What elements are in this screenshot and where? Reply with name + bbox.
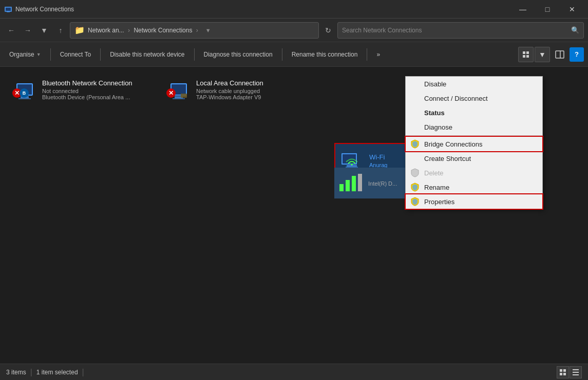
wifi-user: Anurag (369, 162, 387, 168)
up-button[interactable]: ↑ (53, 23, 68, 38)
window-title: Network Connections (15, 6, 511, 13)
svg-rect-29 (560, 373, 562, 375)
delete-shield-icon (410, 168, 420, 178)
svg-rect-26 (358, 174, 362, 191)
svg-rect-4 (526, 51, 529, 54)
status-bar: 3 items | 1 item selected | (0, 364, 588, 380)
ctx-connect-disconnect[interactable]: Connect / Disconnect (406, 91, 542, 105)
title-bar: Network Connections — □ ✕ (0, 0, 588, 19)
lan-icon-container: ✕ (166, 79, 191, 104)
disable-button[interactable]: Disable this network device (105, 45, 189, 64)
network-item-lan[interactable]: ✕ Local Area Connection Network cable un… (162, 75, 306, 108)
svg-rect-5 (523, 55, 525, 58)
svg-rect-30 (563, 373, 566, 375)
bluetooth-adapter: Bluetooth Device (Personal Area ... (42, 94, 132, 100)
toolbar-separator-3 (194, 48, 195, 61)
ctx-connect-disconnect-label: Connect / Disconnect (424, 95, 488, 102)
svg-rect-1 (6, 8, 11, 11)
forward-button[interactable]: → (21, 23, 35, 38)
status-list-button[interactable] (570, 366, 582, 378)
back-button[interactable]: ← (4, 23, 18, 38)
bluetooth-icon-container: ✕ B (12, 79, 37, 104)
search-input[interactable] (342, 27, 568, 34)
ctx-diagnose-label: Diagnose (424, 123, 452, 131)
item-count: 3 items (6, 369, 26, 376)
toolbar-separator-2 (100, 48, 101, 61)
recent-button[interactable]: ▼ (37, 23, 51, 38)
maximize-button[interactable]: □ (536, 0, 559, 19)
preview-pane-button[interactable] (552, 47, 567, 62)
svg-rect-6 (526, 55, 529, 58)
refresh-button[interactable]: ↻ (321, 23, 335, 38)
svg-rect-27 (560, 369, 562, 372)
ctx-disable[interactable]: Disable (406, 77, 542, 91)
svg-rect-7 (556, 51, 564, 58)
breadcrumb-part1: Network an... › Network Connections › (88, 27, 200, 34)
diagnose-button[interactable]: Diagnose this connection (199, 45, 278, 64)
view-buttons: ▼ (518, 47, 550, 62)
bluetooth-info: Bluetooth Network Connection Not connect… (42, 79, 132, 100)
organise-button[interactable]: Organise ▼ (4, 45, 46, 64)
wifi-name: Wi-Fi (369, 153, 387, 161)
ctx-bridge-label: Bridge Connections (424, 140, 482, 148)
close-button[interactable]: ✕ (560, 0, 584, 19)
toolbar-separator-1 (50, 48, 51, 61)
toolbar-separator-5 (367, 48, 367, 61)
status-separator-2: | (82, 368, 84, 377)
svg-rect-12 (18, 98, 31, 99)
ctx-properties[interactable]: Properties (406, 194, 542, 209)
ctx-delete-label: Delete (424, 169, 444, 177)
bluetooth-status: Not connected (42, 88, 132, 94)
ctx-properties-label: Properties (424, 198, 454, 206)
address-chevron: ▼ (205, 27, 211, 33)
error-badge-lan: ✕ (166, 88, 176, 98)
wifi-signal-icon (338, 171, 363, 195)
svg-rect-24 (346, 180, 350, 191)
svg-rect-28 (563, 369, 566, 372)
ctx-shortcut[interactable]: Create Shortcut (406, 151, 542, 166)
network-item-bluetooth[interactable]: ✕ B Bluetooth Network Connection Not con… (8, 75, 152, 108)
svg-rect-33 (573, 374, 579, 375)
ctx-rename-label: Rename (424, 184, 449, 191)
ctx-status-label: Status (424, 109, 445, 117)
properties-shield-icon (410, 196, 420, 207)
minimize-button[interactable]: — (511, 0, 535, 19)
ctx-shortcut-label: Create Shortcut (424, 155, 471, 162)
ctx-disable-label: Disable (424, 80, 446, 88)
search-box[interactable]: 🔍 (337, 22, 584, 39)
svg-rect-17 (181, 94, 187, 98)
status-view-buttons (557, 366, 582, 378)
ctx-separator-1 (406, 135, 542, 136)
search-icon-button[interactable]: 🔍 (571, 26, 579, 34)
lan-adapter: TAP-Windows Adapter V9 (196, 94, 263, 100)
help-button[interactable]: ? (570, 47, 584, 62)
address-box[interactable]: 📁 Network an... › Network Connections › … (70, 22, 319, 39)
address-bar: ← → ▼ ↑ 📁 Network an... › Network Connec… (0, 19, 588, 42)
ctx-diagnose[interactable]: Diagnose (406, 120, 542, 134)
more-button[interactable]: » (371, 45, 385, 64)
tiles-view-button[interactable] (518, 47, 534, 62)
rename-button[interactable]: Rename this connection (287, 45, 363, 64)
view-dropdown-button[interactable]: ▼ (535, 47, 550, 62)
intel-icon-container (338, 171, 363, 195)
bluetooth-name: Bluetooth Network Connection (42, 79, 132, 87)
lan-status: Network cable unplugged (196, 88, 263, 94)
svg-rect-16 (173, 98, 185, 99)
svg-rect-3 (523, 51, 525, 54)
bluetooth-badge: B (20, 88, 29, 98)
svg-rect-31 (573, 369, 579, 370)
ctx-delete[interactable]: Delete (406, 166, 542, 180)
ctx-status[interactable]: Status (406, 105, 542, 120)
disable-label: Disable this network device (110, 51, 184, 58)
ctx-bridge[interactable]: Bridge Connections (406, 137, 542, 151)
status-tiles-button[interactable] (557, 366, 569, 378)
diagnose-label: Diagnose this connection (204, 51, 273, 58)
svg-rect-32 (573, 372, 579, 373)
intel-info: Intel(R) D... (368, 179, 397, 187)
ctx-rename[interactable]: Rename (406, 180, 542, 194)
svg-rect-21 (347, 165, 357, 167)
wifi-info: Wi-Fi Anurag (369, 153, 387, 168)
connect-to-button[interactable]: Connect To (55, 45, 97, 64)
status-separator-1: | (30, 368, 32, 377)
lan-info: Local Area Connection Network cable unpl… (196, 79, 263, 100)
